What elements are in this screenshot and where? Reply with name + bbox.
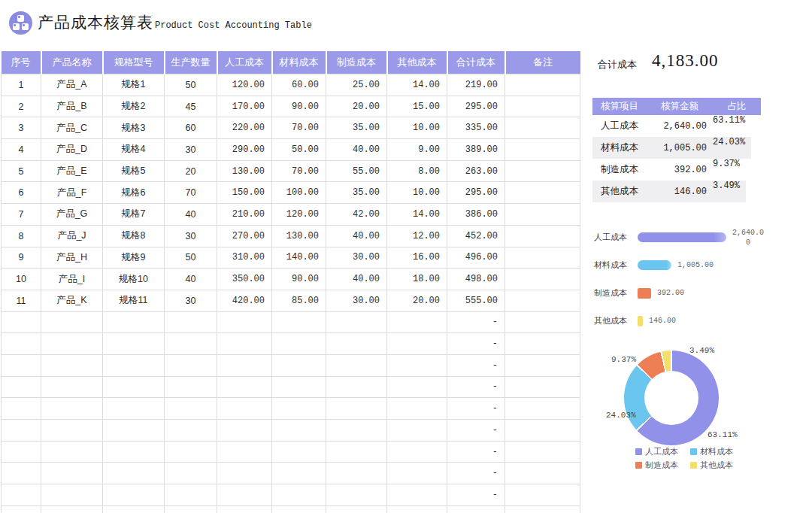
cell[interactable]	[272, 420, 326, 442]
cell[interactable]: 386.00	[447, 204, 505, 226]
cell[interactable]: 452.00	[447, 225, 505, 247]
cell[interactable]: 18.00	[387, 269, 447, 290]
cell[interactable]	[2, 311, 41, 333]
summary-cell[interactable]: 材料成本	[592, 137, 647, 159]
cell[interactable]	[387, 398, 447, 420]
cell[interactable]: 14.00	[387, 74, 447, 96]
cell[interactable]	[217, 333, 272, 355]
cell[interactable]: 42.00	[326, 204, 387, 226]
cell[interactable]	[505, 376, 580, 398]
cell[interactable]: 310.00	[217, 247, 272, 269]
cell[interactable]: 25.00	[326, 74, 387, 96]
cell[interactable]: 30	[165, 225, 217, 247]
cell[interactable]: -	[447, 333, 505, 355]
cell[interactable]	[41, 463, 103, 484]
cell[interactable]: 15.00	[387, 96, 447, 117]
cell[interactable]	[387, 354, 447, 376]
cell[interactable]	[103, 484, 165, 506]
cell[interactable]	[505, 441, 580, 463]
cell[interactable]	[505, 484, 580, 506]
cell[interactable]: 5	[2, 160, 41, 182]
cell[interactable]: -	[447, 311, 505, 333]
cell[interactable]	[505, 225, 580, 247]
cell[interactable]: 16.00	[387, 247, 447, 269]
cell[interactable]: 130.00	[272, 225, 326, 247]
cell[interactable]: 规格6	[103, 182, 165, 204]
column-header[interactable]: 备注	[505, 51, 580, 74]
cell[interactable]: 规格7	[103, 204, 165, 226]
cell[interactable]	[272, 333, 326, 355]
cell[interactable]: 20.00	[326, 96, 387, 117]
cell[interactable]	[2, 420, 41, 442]
cell[interactable]: 产品_G	[41, 204, 103, 226]
cell[interactable]	[505, 117, 580, 139]
cell[interactable]	[326, 376, 387, 398]
cell[interactable]: -	[447, 354, 505, 376]
cell[interactable]	[272, 376, 326, 398]
cell[interactable]: 20.00	[387, 290, 447, 311]
cell[interactable]: -	[447, 484, 505, 506]
cell[interactable]	[217, 354, 272, 376]
cell[interactable]	[505, 247, 580, 269]
summary-cell[interactable]: 其他成本	[592, 181, 647, 202]
cell[interactable]	[326, 484, 387, 506]
cell[interactable]: 60.00	[272, 74, 326, 96]
cell[interactable]: 40.00	[326, 225, 387, 247]
cell[interactable]: 90.00	[272, 96, 326, 117]
cell[interactable]: 8.00	[387, 160, 447, 182]
cell[interactable]: 70.00	[272, 117, 326, 139]
cell[interactable]	[326, 354, 387, 376]
cell[interactable]	[2, 505, 41, 513]
cell[interactable]: 产品_D	[41, 139, 103, 161]
cell[interactable]	[165, 505, 217, 513]
cell[interactable]: 14.00	[387, 204, 447, 226]
cell[interactable]: 420.00	[217, 290, 272, 311]
cell[interactable]: 130.00	[217, 160, 272, 182]
cell[interactable]: 产品_I	[41, 269, 103, 290]
cell[interactable]	[505, 269, 580, 290]
cell[interactable]	[505, 463, 580, 484]
legend-item[interactable]: 制造成本	[635, 460, 678, 471]
cell[interactable]: 产品_F	[41, 182, 103, 204]
cell[interactable]: 8	[2, 225, 41, 247]
cell[interactable]: 350.00	[217, 269, 272, 290]
cell[interactable]: 3	[2, 117, 41, 139]
cell[interactable]	[165, 441, 217, 463]
cell[interactable]: 150.00	[217, 182, 272, 204]
summary-cell[interactable]: 人工成本	[592, 115, 647, 137]
cell[interactable]: 产品_E	[41, 160, 103, 182]
cell[interactable]	[505, 354, 580, 376]
summary-cell[interactable]: 1,005.00	[647, 137, 713, 159]
summary-cell[interactable]: 63.11%	[713, 115, 751, 137]
cell[interactable]	[41, 484, 103, 506]
cell[interactable]: 85.00	[272, 290, 326, 311]
cost-bar-chart[interactable]: 人工成本2,640.00材料成本1,005.00制造成本392.00其他成本14…	[594, 223, 764, 335]
cell[interactable]: 10	[2, 269, 41, 290]
cell[interactable]: -	[447, 441, 505, 463]
cell[interactable]: 70	[165, 182, 217, 204]
cell[interactable]	[505, 333, 580, 355]
cell[interactable]	[217, 376, 272, 398]
summary-column-header[interactable]: 核算金额	[647, 98, 713, 115]
cell[interactable]: 规格10	[103, 269, 165, 290]
cell[interactable]	[103, 354, 165, 376]
cell[interactable]: 50	[165, 74, 217, 96]
cell[interactable]: 30	[165, 290, 217, 311]
cell[interactable]	[505, 139, 580, 161]
cell[interactable]	[387, 505, 447, 513]
cell[interactable]: 产品_A	[41, 74, 103, 96]
cell[interactable]: 产品_K	[41, 290, 103, 311]
cell[interactable]: 7	[2, 204, 41, 226]
cell[interactable]	[387, 441, 447, 463]
cell[interactable]: 219.00	[447, 74, 505, 96]
cell[interactable]	[2, 354, 41, 376]
cell[interactable]: 295.00	[447, 96, 505, 117]
cell[interactable]	[326, 420, 387, 442]
cell[interactable]: 35.00	[326, 182, 387, 204]
cell[interactable]: 30	[165, 139, 217, 161]
column-header[interactable]: 材料成本	[272, 51, 326, 74]
cell[interactable]	[387, 376, 447, 398]
cell[interactable]: 产品_H	[41, 247, 103, 269]
cell[interactable]	[387, 311, 447, 333]
summary-cell[interactable]: 146.00	[647, 181, 713, 202]
